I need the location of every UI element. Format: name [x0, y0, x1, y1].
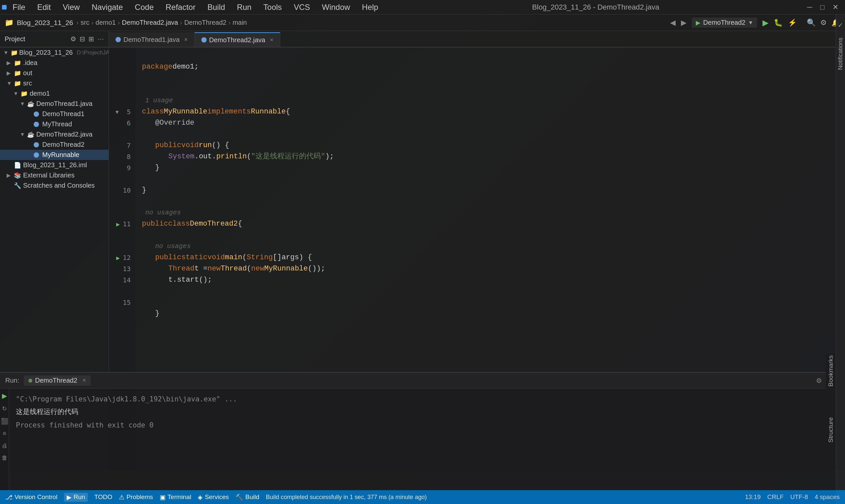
coverage-button[interactable]: ⚡: [788, 18, 797, 27]
run-status-label: Run: [74, 493, 85, 501]
notifications-check-icon[interactable]: ✓: [838, 21, 843, 29]
line-num-usage3: [116, 241, 135, 252]
status-build[interactable]: 🔨 Build: [235, 493, 259, 501]
gear-icon[interactable]: ⚙: [70, 35, 76, 43]
project-name-nav[interactable]: Blog_2023_11_26: [17, 19, 73, 27]
menu-tools[interactable]: Tools: [258, 0, 288, 14]
run-gutter-12[interactable]: ▶: [116, 254, 120, 261]
class-demothread2: DemoThread2: [190, 218, 237, 230]
run-output-line-3: Process finished with exit code 0: [16, 419, 829, 432]
run-config-arrow[interactable]: ▼: [748, 20, 753, 26]
run-settings-icon[interactable]: ⚙: [816, 377, 822, 384]
run-scroll-icon[interactable]: ≡: [3, 430, 6, 437]
tree-item-iml[interactable]: 📄 Blog_2023_11_26.iml: [0, 160, 109, 170]
tree-item-mythread[interactable]: MyThread: [0, 119, 109, 129]
tree-arrow-demo1: ▼: [13, 91, 18, 97]
tab-close-2[interactable]: ×: [270, 37, 274, 43]
menu-vcs[interactable]: VCS: [288, 0, 316, 14]
run-play-icon[interactable]: ▶: [2, 392, 7, 400]
status-problems[interactable]: ⚠ Problems: [119, 493, 153, 501]
menu-refactor[interactable]: Refactor: [160, 0, 202, 14]
paren5: (: [247, 263, 251, 274]
menu-file[interactable]: File: [6, 0, 31, 14]
tree-item-demothread1-class[interactable]: DemoThread1: [0, 109, 109, 119]
tree-item-demothread2-file[interactable]: ▼ ☕ DemoThread2.java: [0, 129, 109, 140]
notifications-bar: ✓ Notifications: [836, 15, 845, 490]
run-stop-icon[interactable]: ⬛: [1, 418, 8, 425]
indent-indicator[interactable]: 4 spaces: [815, 493, 840, 501]
minimize-button[interactable]: ─: [807, 3, 812, 12]
breadcrumb-src[interactable]: src: [81, 19, 89, 26]
forward-nav-icon[interactable]: ▶: [681, 18, 687, 27]
more-options-icon[interactable]: ⋯: [98, 35, 104, 43]
debug-button[interactable]: 🐛: [774, 18, 782, 27]
run-gutter-11[interactable]: ▶: [116, 221, 120, 228]
bookmarks-label[interactable]: Bookmarks: [826, 353, 836, 389]
breadcrumb-method[interactable]: main: [233, 19, 247, 26]
status-run[interactable]: ▶ Run: [64, 493, 88, 502]
run-print-icon[interactable]: 🖨: [2, 442, 7, 449]
menu-run[interactable]: Run: [231, 0, 258, 14]
menu-view[interactable]: View: [57, 0, 86, 14]
run-button[interactable]: ▶: [762, 18, 769, 28]
close-button[interactable]: ✕: [832, 3, 839, 12]
tree-item-demo1[interactable]: ▼ 📁 demo1: [0, 88, 109, 98]
maximize-button[interactable]: □: [820, 3, 825, 12]
search-everywhere-icon[interactable]: 🔍: [807, 18, 816, 27]
line-num-15: 15: [116, 297, 135, 308]
tab-label-1: DemoThread1.java: [123, 36, 179, 43]
status-version-control[interactable]: ⎇ Version Control: [5, 493, 57, 501]
breadcrumb-class[interactable]: DemoThread2: [184, 19, 226, 26]
tree-name-demothread1-file: DemoThread1.java: [36, 100, 92, 108]
code-line-8: System.out.println("这是线程运行的代码");: [142, 151, 829, 162]
status-todo[interactable]: TODO: [94, 493, 112, 501]
menu-edit[interactable]: Edit: [31, 0, 57, 14]
breadcrumb-demo1[interactable]: demo1: [96, 19, 116, 26]
tree-name-scratches: Scratches and Consoles: [23, 182, 95, 189]
tree-name-myrunnable: MyRunnable: [42, 151, 79, 159]
status-services[interactable]: ◈ Services: [198, 493, 229, 501]
method-main: main: [225, 252, 242, 263]
tree-item-project-root[interactable]: ▼ 📁 Blog_2023_11_26 D:\Project\JAVA\Blog…: [0, 48, 109, 58]
settings-icon[interactable]: ⚙: [820, 18, 827, 27]
line-num-9: 9: [116, 162, 135, 174]
problems-icon: ⚠: [119, 493, 124, 501]
notifications-label[interactable]: Notifications: [837, 38, 844, 70]
expand-icon[interactable]: ⊞: [88, 35, 94, 43]
structure-label[interactable]: Structure: [826, 415, 836, 445]
menu-bar: File Edit View Navigate Code Refactor Bu…: [6, 0, 384, 14]
status-terminal[interactable]: ▣ Terminal: [160, 493, 191, 501]
string-val: "这是线程运行的代码": [251, 151, 325, 162]
tree-item-out[interactable]: ▶ 📁 out: [0, 68, 109, 78]
crlf-indicator[interactable]: CRLF: [768, 493, 784, 501]
charset-indicator[interactable]: UTF-8: [790, 493, 808, 501]
tree-item-demothread1-file[interactable]: ▼ ☕ DemoThread1.java: [0, 98, 109, 109]
tree-item-external-libs[interactable]: ▶ 📚 External Libraries: [0, 170, 109, 180]
menu-help[interactable]: Help: [356, 0, 384, 14]
menu-navigate[interactable]: Navigate: [86, 0, 129, 14]
collapse-all-icon[interactable]: ⊟: [80, 35, 85, 43]
tree-item-idea[interactable]: ▶ 📁 .idea: [0, 58, 109, 68]
breadcrumb-file[interactable]: DemoThread2.java: [122, 19, 178, 26]
run-tab-close[interactable]: ×: [83, 377, 86, 384]
tab-close-1[interactable]: ×: [184, 36, 188, 43]
code-line-blank1: [142, 73, 829, 84]
back-nav-icon[interactable]: ◀: [670, 18, 676, 27]
line-col-indicator[interactable]: 13:19: [745, 493, 761, 501]
run-clear-icon[interactable]: 🗑: [2, 454, 7, 462]
tab-demothread1[interactable]: DemoThread1.java ×: [109, 32, 195, 47]
tab-demothread2[interactable]: DemoThread2.java ×: [195, 32, 281, 47]
menu-window[interactable]: Window: [316, 0, 356, 14]
tree-item-scratches[interactable]: 🔧 Scratches and Consoles: [0, 180, 109, 191]
run-tab[interactable]: DemoThread2 ×: [24, 375, 90, 385]
tree-item-demothread2-class[interactable]: DemoThread2: [0, 140, 109, 150]
line-num-blank2: [116, 73, 135, 84]
menu-build[interactable]: Build: [201, 0, 231, 14]
tree-name-external-libs: External Libraries: [23, 172, 75, 179]
tree-item-myrunnable[interactable]: MyRunnable: [0, 150, 109, 160]
tree-item-src[interactable]: ▼ 📁 src: [0, 78, 109, 88]
run-rerun-icon[interactable]: ↻: [2, 405, 7, 412]
run-output: "C:\Program Files\Java\jdk1.8.0_192\bin\…: [9, 389, 836, 436]
run-config-name[interactable]: DemoThread2: [703, 19, 745, 26]
menu-code[interactable]: Code: [129, 0, 159, 14]
